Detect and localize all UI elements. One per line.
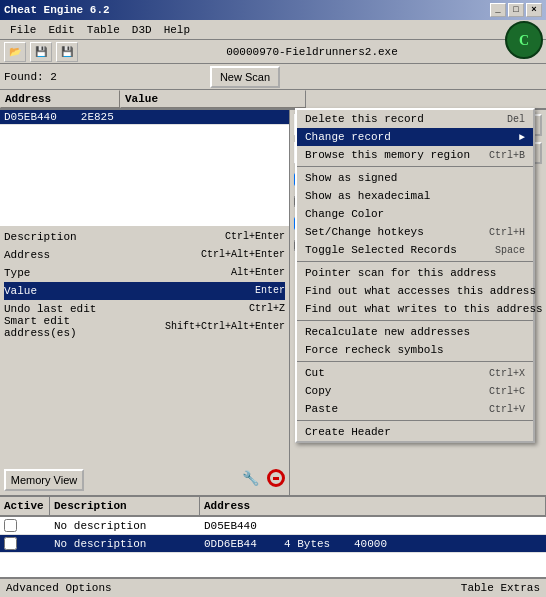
table-row[interactable]: No description 0DD6EB44 4 Bytes 40000: [0, 535, 546, 553]
ctx-cut[interactable]: Cut Ctrl+X: [297, 364, 533, 382]
ce-logo: C: [504, 20, 544, 60]
ctx-toggle-records[interactable]: Toggle Selected Records Space: [297, 241, 533, 259]
ctx-set-hotkeys[interactable]: Set/Change hotkeys Ctrl+H: [297, 223, 533, 241]
ctx-change-color[interactable]: Change Color: [297, 205, 533, 223]
edit-shortcut-smart: Shift+Ctrl+Alt+Enter: [124, 321, 285, 332]
ctx-delete-shortcut: Del: [507, 114, 525, 125]
td-desc-2: No description: [50, 538, 200, 550]
menu-file[interactable]: File: [4, 22, 42, 38]
ctx-show-signed[interactable]: Show as signed: [297, 169, 533, 187]
edit-row-value[interactable]: Value Enter: [4, 282, 285, 300]
wrench-icon[interactable]: 🔧: [242, 470, 259, 487]
found-count: Found: 2: [4, 71, 57, 83]
ctx-recalculate[interactable]: Recalculate new addresses: [297, 323, 533, 341]
edit-fields: Description Ctrl+Enter Address Ctrl+Alt+…: [0, 226, 289, 338]
edit-shortcut-type: Alt+Enter: [124, 267, 285, 278]
table-row[interactable]: No description D05EB440: [0, 517, 546, 535]
window-title: Cheat Engine 6.2: [4, 4, 110, 16]
ctx-find-accesses[interactable]: Find out what accesses this address: [297, 282, 533, 300]
ctx-pointer-scan[interactable]: Pointer scan for this address: [297, 264, 533, 282]
td-type-2: 4 Bytes: [280, 538, 350, 550]
edit-label-address: Address: [4, 249, 124, 261]
maximize-button[interactable]: □: [508, 3, 524, 17]
columns-header: Address Value: [0, 90, 546, 110]
status-right[interactable]: Table Extras: [461, 582, 540, 594]
ctx-change-label: Change record: [305, 131, 391, 143]
toolbar-btn-2[interactable]: 💾: [30, 42, 52, 62]
td-addr-1: D05EB440: [200, 520, 280, 532]
addr-cell-address: D05EB440: [2, 111, 59, 123]
ctx-sep-5: [297, 420, 533, 421]
menu-bar: File Edit Table D3D Help: [0, 20, 546, 40]
ctx-sep-1: [297, 166, 533, 167]
td-active-1: [0, 519, 50, 532]
edit-shortcut-description: Ctrl+Enter: [124, 231, 285, 242]
ctx-pointer-label: Pointer scan for this address: [305, 267, 496, 279]
edit-shortcut-address: Ctrl+Alt+Enter: [124, 249, 285, 260]
ctx-sep-4: [297, 361, 533, 362]
edit-label-undo: Undo last edit: [4, 303, 124, 315]
ctx-copy[interactable]: Copy Ctrl+C: [297, 382, 533, 400]
row2-checkbox[interactable]: [4, 537, 17, 550]
address-bar: 📂 💾 💾 00000970-Fieldrunners2.exe C: [0, 40, 546, 64]
memory-view-button[interactable]: Memory View: [4, 469, 84, 491]
ctx-browse-memory[interactable]: Browse this memory region Ctrl+B: [297, 146, 533, 164]
toolbar-btn-3[interactable]: 💾: [56, 42, 78, 62]
menu-help[interactable]: Help: [158, 22, 196, 38]
edit-row-smart[interactable]: Smart edit address(es) Shift+Ctrl+Alt+En…: [4, 318, 285, 336]
edit-label-type: Type: [4, 267, 124, 279]
close-button[interactable]: ×: [526, 3, 542, 17]
ctx-sep-3: [297, 320, 533, 321]
edit-row-address[interactable]: Address Ctrl+Alt+Enter: [4, 246, 285, 264]
ctx-toggle-shortcut: Space: [495, 245, 525, 256]
ctx-toggle-label: Toggle Selected Records: [305, 244, 457, 256]
ctx-copy-label: Copy: [305, 385, 331, 397]
menu-edit[interactable]: Edit: [42, 22, 80, 38]
col-header-value: Value: [120, 90, 306, 108]
minimize-button[interactable]: _: [490, 3, 506, 17]
toolbar-btn-1[interactable]: 📂: [4, 42, 26, 62]
context-menu: Delete this record Del Change record ► B…: [295, 108, 535, 443]
menu-table[interactable]: Table: [81, 22, 126, 38]
left-panel: D05EB440 2E825 Description Ctrl+Enter Ad…: [0, 110, 290, 495]
edit-row-description[interactable]: Description Ctrl+Enter: [4, 228, 285, 246]
ctx-change-arrow: ►: [519, 132, 525, 143]
edit-row-type[interactable]: Type Alt+Enter: [4, 264, 285, 282]
ctx-hex-label: Show as hexadecimal: [305, 190, 430, 202]
ctx-create-header[interactable]: Create Header: [297, 423, 533, 441]
table-header: Active Description Address: [0, 497, 546, 517]
menu-d3d[interactable]: D3D: [126, 22, 158, 38]
th-active: Active: [0, 497, 50, 515]
ctx-paste-shortcut: Ctrl+V: [489, 404, 525, 415]
row1-checkbox[interactable]: [4, 519, 17, 532]
address-list[interactable]: D05EB440 2E825: [0, 110, 289, 226]
td-desc-1: No description: [50, 520, 200, 532]
process-address: 00000970-Fieldrunners2.exe: [82, 46, 542, 58]
svg-text:C: C: [519, 33, 529, 48]
ctx-recheck-label: Force recheck symbols: [305, 344, 444, 356]
stop-icon[interactable]: [267, 469, 285, 487]
td-val-2: 40000: [350, 538, 546, 550]
found-bar: Found: 2 New Scan: [0, 64, 546, 90]
scan-controls-area: [0, 338, 289, 462]
ctx-signed-label: Show as signed: [305, 172, 397, 184]
ctx-change-record[interactable]: Change record ►: [297, 128, 533, 146]
ctx-browse-label: Browse this memory region: [305, 149, 470, 161]
status-left[interactable]: Advanced Options: [6, 582, 112, 594]
ctx-cut-label: Cut: [305, 367, 325, 379]
ctx-browse-shortcut: Ctrl+B: [489, 150, 525, 161]
edit-label-value: Value: [4, 285, 124, 297]
ctx-paste[interactable]: Paste Ctrl+V: [297, 400, 533, 418]
new-scan-button[interactable]: New Scan: [210, 66, 280, 88]
address-row[interactable]: D05EB440 2E825: [0, 110, 289, 125]
td-addr-2: 0DD6EB44: [200, 538, 280, 550]
ctx-force-recheck[interactable]: Force recheck symbols: [297, 341, 533, 359]
ctx-writes-label: Find out what writes to this address: [305, 303, 543, 315]
ctx-find-writes[interactable]: Find out what writes to this address: [297, 300, 533, 318]
ctx-copy-shortcut: Ctrl+C: [489, 386, 525, 397]
ctx-delete-record[interactable]: Delete this record Del: [297, 110, 533, 128]
edit-label-smart: Smart edit address(es): [4, 315, 124, 339]
edit-shortcut-undo: Ctrl+Z: [124, 303, 285, 314]
ctx-show-hex[interactable]: Show as hexadecimal: [297, 187, 533, 205]
title-bar-buttons: _ □ ×: [490, 3, 542, 17]
